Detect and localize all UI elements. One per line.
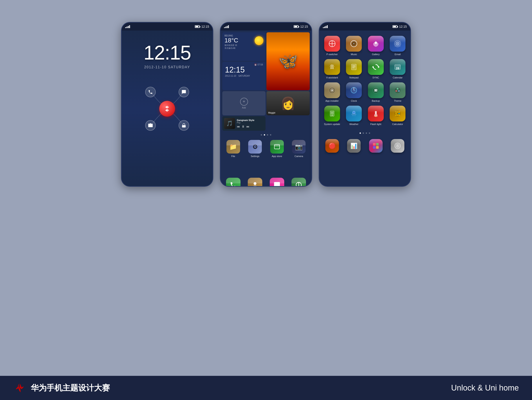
weather-desc: 紫外线强度 弱 — [224, 44, 238, 47]
status-right-3: 12:15 — [393, 25, 407, 28]
battery-icon-1 — [195, 25, 200, 28]
vassistant-icon: 音 — [324, 59, 340, 75]
dot-2-2[interactable] — [267, 134, 268, 135]
app-clock[interactable]: Clock — [343, 81, 365, 104]
svg-rect-43 — [375, 111, 377, 114]
app-sync[interactable]: SYNC — [365, 57, 387, 81]
app-clock-label: Clock — [351, 100, 357, 102]
app-email[interactable]: Email — [387, 34, 409, 57]
app-vassistant-label: V-assistant — [326, 76, 338, 79]
dot-2-1[interactable] — [264, 134, 265, 135]
app-file[interactable]: 📁 File — [224, 140, 242, 158]
dock-messages[interactable] — [270, 178, 284, 187]
status-left-3 — [323, 25, 328, 28]
signal-bars-3 — [323, 25, 328, 28]
lock-corner-messages[interactable] — [179, 87, 189, 97]
app-vassistant[interactable]: 音 V-assistant — [321, 57, 343, 81]
app-settings[interactable]: ⚙ Settings — [246, 140, 264, 158]
app-pswitcher[interactable]: P-switcher — [321, 34, 343, 57]
contact-photo-widget[interactable]: 👩 Maggie — [266, 91, 310, 115]
app-calculator[interactable]: Calculator — [387, 104, 409, 127]
app-extra-2[interactable]: 📊 — [345, 137, 363, 154]
footer-logo-text: 华为手机主题设计大赛 — [31, 383, 110, 394]
music-prev-btn[interactable]: ⏮ — [237, 125, 240, 128]
app-installer[interactable]: App installer — [321, 81, 343, 104]
lock-corner-phone[interactable] — [145, 87, 156, 97]
music-artist: Psy — [237, 121, 264, 124]
svg-point-52 — [397, 114, 398, 116]
svg-text:音: 音 — [330, 64, 335, 70]
lockscreen-content: 12:15 2012-11-10 SATURDAY — [122, 31, 213, 186]
lock-corner-lock[interactable] — [179, 120, 189, 131]
weather-widget[interactable]: BEIJING 18°C 紫外线强度 弱 东北偏北4级 — [222, 32, 266, 61]
app-appstore[interactable]: App store — [268, 140, 286, 158]
music-album-art: 🎵 — [224, 118, 235, 129]
app-installer-label: App installer — [325, 100, 339, 102]
dock-phone[interactable] — [226, 178, 241, 187]
svg-point-51 — [395, 114, 397, 116]
app-camera[interactable]: 📷 Camera — [290, 140, 308, 158]
add-plus-icon[interactable]: + — [240, 98, 248, 106]
status-left-1 — [125, 25, 130, 28]
app-weather[interactable]: Weather — [343, 104, 365, 127]
clock-widget-time: 12:15 — [225, 66, 263, 74]
contact-name: Maggie — [268, 112, 275, 114]
svg-rect-57 — [376, 146, 379, 149]
svg-point-49 — [395, 113, 397, 114]
app-extra-4[interactable] — [389, 137, 406, 154]
dot-2-0[interactable] — [261, 134, 262, 135]
music-next-btn[interactable]: ⏭ — [247, 125, 250, 128]
svg-rect-37 — [331, 112, 333, 114]
page-dots-3 — [319, 131, 410, 135]
music-play-btn[interactable]: ⏸ — [242, 125, 245, 128]
app-systemupdate-label: System update — [324, 123, 340, 125]
dock-browser[interactable] — [291, 178, 306, 187]
clock-widget-day: SATURDAY — [238, 75, 250, 77]
lock-unlock-area[interactable] — [141, 82, 194, 135]
flashlight-icon — [368, 106, 384, 121]
pswitcher-icon — [324, 36, 340, 52]
clock-grid-icon — [346, 82, 362, 98]
weather-city: BEIJING — [224, 34, 238, 37]
dot-3-3[interactable] — [369, 133, 370, 134]
systemupdate-icon — [324, 106, 340, 121]
app-flashlight[interactable]: Flash light — [365, 104, 387, 127]
app-calendar-label: Calendar — [393, 76, 403, 79]
app-calendar[interactable]: 28 Calendar — [387, 57, 409, 81]
svg-point-32 — [395, 87, 400, 93]
calculator-icon — [390, 106, 405, 121]
clock-widget[interactable]: ⏰ 07:58 12:15 2012-11-10 SATURDAY — [222, 62, 266, 90]
svg-point-50 — [399, 113, 400, 114]
dot-3-2[interactable] — [366, 133, 367, 134]
butterfly-photo[interactable]: 🦋 — [266, 32, 310, 90]
app-backup[interactable]: Backup — [365, 81, 387, 104]
dock-contacts[interactable] — [248, 178, 262, 187]
app-systemupdate[interactable]: System update — [321, 104, 343, 127]
music-info: Gangnam Style Psy ⏮ ⏸ ⏭ — [237, 119, 264, 128]
gallery-icon — [368, 36, 384, 52]
app-extra-3[interactable] — [367, 137, 385, 154]
svg-rect-55 — [376, 143, 379, 146]
status-time-3: 12:15 — [399, 25, 407, 28]
dot-3-1[interactable] — [363, 133, 364, 134]
huawei-unlock-button[interactable] — [159, 101, 175, 117]
svg-point-25 — [331, 90, 333, 91]
music-widget[interactable]: 🎵 Gangnam Style Psy ⏮ ⏸ ⏭ — [222, 116, 266, 131]
status-bar-3: 12:15 — [319, 23, 410, 31]
app-music[interactable]: Music — [343, 34, 365, 57]
butterfly-icon: 🦋 — [279, 52, 298, 70]
svg-point-34 — [398, 90, 400, 92]
dot-3-0[interactable] — [360, 133, 361, 134]
lock-corner-camera[interactable] — [145, 120, 156, 131]
app-theme[interactable]: Theme — [387, 81, 409, 104]
notepad-icon — [346, 59, 362, 75]
svg-point-33 — [397, 88, 399, 90]
dot-2-3[interactable] — [270, 134, 271, 135]
status-bar-2: 12:15 — [221, 23, 311, 31]
svg-rect-1 — [274, 145, 280, 149]
add-contact-widget[interactable]: + Add — [222, 91, 266, 115]
app-file-label: File — [231, 155, 235, 158]
app-extra-1[interactable]: 🔴 — [323, 137, 341, 154]
app-notepad[interactable]: Notepad — [343, 57, 365, 81]
app-gallery[interactable]: Gallery — [365, 34, 387, 57]
